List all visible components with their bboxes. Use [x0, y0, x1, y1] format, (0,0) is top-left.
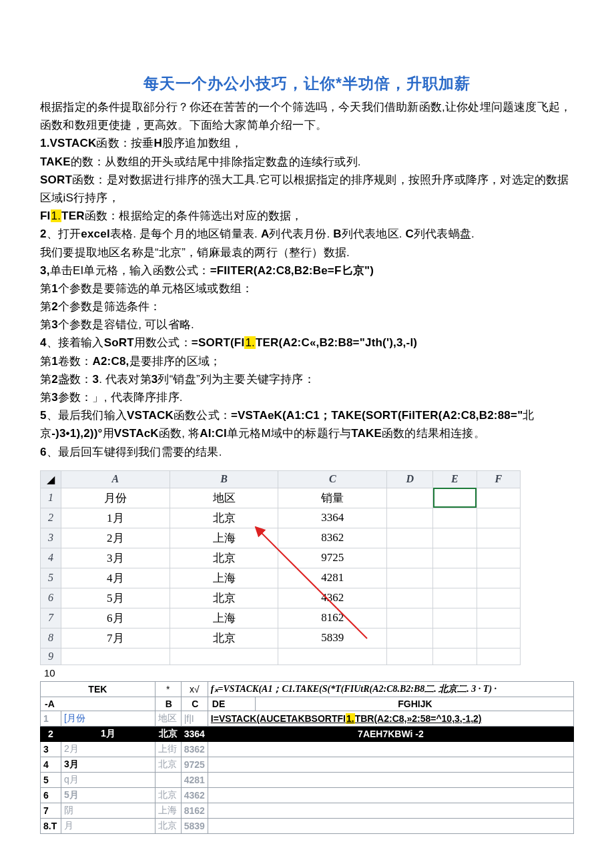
line-step6: 6、最后回车键得到我们需要的结果.: [40, 443, 574, 461]
cell-E1-selected[interactable]: [433, 488, 477, 508]
document-page: 每天一个办公小技巧，让你*半功倍，升职加薪 根据指定的条件提取郤分行？你还在苦苦…: [0, 0, 614, 861]
col-C[interactable]: C: [278, 470, 387, 488]
line-arg3: 第3个参数是容错位, 可以省略.: [40, 316, 574, 334]
line-filter: FI1.TER函数：根据给定的条件筛选出对应的数据，: [40, 207, 574, 225]
col-D[interactable]: D: [387, 470, 433, 488]
cell-F1[interactable]: [477, 488, 520, 508]
col-B[interactable]: B: [170, 470, 278, 488]
excel-sheet-2: TEK * x√ fₓ=VSTACK(A1；C1.TAKE(S(*T(FIUtR…: [40, 681, 574, 834]
col-A2[interactable]: -A: [41, 697, 156, 711]
long-formula-cell[interactable]: I=VSTACK(AUCETAKBSORTFI1.TBR(A2:C8,»2:58…: [208, 711, 573, 726]
black-row: 2 1月 北京 3364 7AEH7KBWi -2: [41, 726, 574, 741]
row-1[interactable]: 1: [41, 488, 61, 508]
formula-bar-row: TEK * x√ fₓ=VSTACK(A1；C1.TAKE(S(*T(FIUtR…: [41, 681, 574, 697]
line-step2: 2、打开excel表格. 是每个月的地区销量表. A列代表月份. B列代表地区.…: [40, 225, 574, 243]
take-key: TAKE: [40, 155, 71, 168]
line-take: TAKE的数：从数组的开头或结尾中排除指定数盘的连续行或列.: [40, 153, 574, 171]
line-sort-arg1: 第1卷数：A2:C8,是要排序的区域；: [40, 352, 574, 370]
cell-D1[interactable]: [387, 488, 433, 508]
name-box[interactable]: TEK: [41, 681, 156, 697]
excel-sheet-1: ◢ A B C D E F 1 月份 地区 销量 21月北京3364 32月上海…: [40, 470, 574, 679]
row-10-label: 10: [40, 667, 574, 679]
corner-cell[interactable]: ◢: [41, 470, 61, 488]
hl-3: 1.: [346, 713, 355, 724]
fbar-xfx[interactable]: x√: [181, 681, 208, 697]
line-arg2: 第2个参数是筛选条件：: [40, 298, 574, 316]
fbar-star[interactable]: *: [155, 681, 181, 697]
formula-bar[interactable]: fₓ=VSTACK(A1；C1.TAKE(S(*T(FIUtR(A2:C8.B2…: [208, 681, 573, 697]
line-arg1: 第1个参数是要筛选的单元格区域或数组：: [40, 280, 574, 298]
line-sort: SORT函数：是对数据进行排序的强大工具.它可以根据指定的排序规则，按照升序或降…: [40, 171, 574, 207]
col-FGHIJK[interactable]: FGHIJK: [255, 697, 573, 711]
cell-C1[interactable]: 销量: [278, 488, 387, 508]
line-target: 我们要提取地区名称是“北京”，销麻最袁的两行（整行）数据.: [40, 244, 574, 262]
intro-paragraph: 根据指定的条件提取郤分行？你还在苦苦的一个个筛选吗，今天我们借助新函数,让你处埋…: [40, 98, 574, 134]
col-C2[interactable]: C: [181, 697, 208, 711]
line-step4: 4、接着输入SoRT用数公式：=SORT(FI1.TER(A2:C«,B2:B8…: [40, 334, 574, 352]
cell-A1[interactable]: 月份: [61, 488, 170, 508]
line-step5: 5、最后我们输入VSTACK函数公式：=VSTAeK(A1:C1；TAKE(SO…: [40, 406, 574, 442]
sheet-table: ◢ A B C D E F 1 月份 地区 销量 21月北京3364 32月上海…: [40, 470, 521, 665]
col-header-row: -A B C DE FGHIJK: [41, 697, 574, 711]
col-DE[interactable]: DE: [208, 697, 255, 711]
col-A[interactable]: A: [61, 470, 170, 488]
line-sort-arg3: 第3参数：」, 代表降序排序.: [40, 388, 574, 406]
line-step3: 3,单击EI单元格，输入函数公式：=FIlTER(A2:C8,B2:Be=F匕京…: [40, 262, 574, 280]
col-F[interactable]: F: [477, 470, 520, 488]
hl-2: 1.: [244, 336, 256, 349]
cell-A1b[interactable]: [月份: [61, 711, 156, 726]
line-vstack: 1.VSTACK函数：按垂H股序追加数组，: [40, 134, 574, 152]
vstack-key: 1.VSTACK: [40, 137, 96, 149]
sort-key: SORT: [40, 173, 72, 186]
article-title: 每天一个办公小技巧，让你*半功倍，升职加薪: [40, 73, 574, 94]
col-E[interactable]: E: [433, 470, 477, 488]
cell-B1[interactable]: 地区: [170, 488, 278, 508]
hl-1: 1.: [51, 209, 62, 222]
col-B2[interactable]: B: [155, 697, 181, 711]
line-sort-arg2: 第2盏数：3. 代表对第3列“销盘”列为主要关键字持序：: [40, 370, 574, 388]
